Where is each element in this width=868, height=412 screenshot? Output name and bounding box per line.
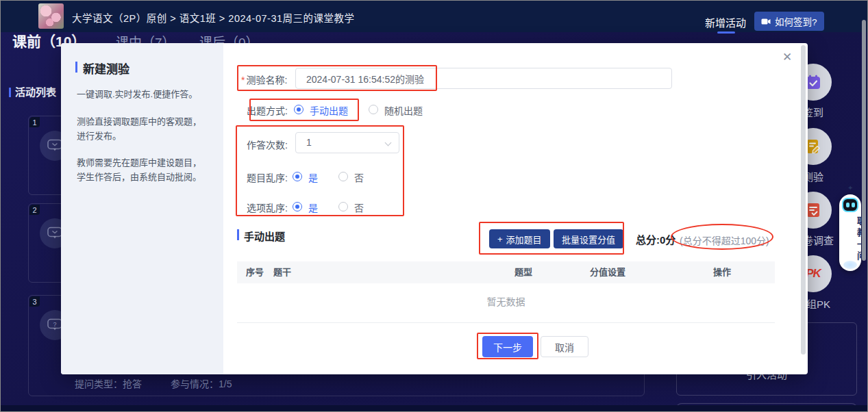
radio-random-label[interactable]: 随机出题: [384, 103, 423, 117]
manual-section-title: 手动出题: [244, 229, 285, 243]
shuffle-option-label: 选项乱序:: [247, 201, 288, 214]
robot-eye: [852, 203, 855, 207]
close-icon[interactable]: ✕: [782, 50, 792, 64]
add-question-label: 添加题目: [506, 233, 542, 246]
question-table-header: 序号 题干 题型 分值设置 操作: [237, 261, 775, 283]
assistant-widget[interactable]: 职教一问: [839, 194, 861, 271]
modal-title: 新建测验: [83, 60, 129, 77]
window-scrollbar[interactable]: [862, 20, 866, 261]
radio-manual-label[interactable]: 手动出题: [310, 103, 348, 117]
plus-icon: +: [497, 234, 503, 244]
card3-footer: 提问类型：抢答 参与情况：1/5: [75, 376, 232, 390]
participation-label: 参与情况：1/5: [171, 376, 232, 390]
col-type: 题型: [514, 261, 532, 283]
radio-shuffle-q-yes-label[interactable]: 是: [308, 170, 318, 184]
robot-icon: [842, 198, 858, 212]
question-type-label: 提问类型：抢答: [75, 376, 142, 390]
radio-random[interactable]: [369, 105, 378, 114]
modal-desc-1: 一键调取.实时发布.便捷作答。: [77, 87, 208, 101]
batch-score-button[interactable]: 批量设置分值: [554, 229, 623, 248]
title-accent-bar: [75, 62, 77, 73]
quiz-name-label: *测验名称:: [241, 73, 287, 86]
batch-score-label: 批量设置分值: [562, 233, 615, 246]
section-accent-bar: [237, 229, 239, 240]
col-stem: 题干: [273, 261, 291, 283]
how-checkin-button[interactable]: 如何签到?: [754, 12, 824, 31]
total-score-hint: (总分不得超过100分): [680, 233, 769, 247]
empty-table-text: 暂无数据: [237, 294, 775, 308]
radio-shuffle-q-yes[interactable]: [293, 172, 302, 181]
radio-shuffle-o-no-label[interactable]: 否: [354, 201, 364, 214]
app-window: 大学语文（2P）原创 > 语文1班 > 2024-07-31周三的课堂教学 新增…: [0, 0, 868, 412]
radio-shuffle-o-yes[interactable]: [293, 202, 302, 211]
modal-left-panel: 新建测验 一键调取.实时发布.便捷作答。 测验直接调取题库中的客观题，进行发布。…: [61, 43, 223, 374]
footer-divider: [237, 322, 775, 323]
add-question-button[interactable]: + 添加题目: [489, 229, 550, 248]
new-quiz-modal: 新建测验 一键调取.实时发布.便捷作答。 测验直接调取题库中的客观题，进行发布。…: [61, 43, 808, 374]
chevron-down-icon: [385, 140, 392, 146]
new-activity-underline: [717, 31, 735, 34]
radio-shuffle-o-yes-label[interactable]: 是: [308, 201, 318, 214]
radio-manual[interactable]: [294, 105, 303, 114]
modal-desc-2: 测验直接调取题库中的客观题，进行发布。: [77, 114, 208, 143]
bottom-bar: [1, 405, 867, 412]
activity-list-title: 活动列表: [15, 84, 56, 99]
svg-text:?: ?: [53, 321, 56, 328]
attempts-label: 作答次数:: [247, 138, 288, 151]
quiz-name-input[interactable]: [295, 68, 672, 89]
breadcrumb: 大学语文（2P）原创 > 语文1班 > 2024-07-31周三的课堂教学: [72, 10, 355, 25]
radio-shuffle-q-no-label[interactable]: 否: [354, 170, 364, 184]
mode-label: 出题方式:: [247, 103, 288, 117]
course-thumbnail: [38, 3, 64, 29]
card-number-badge: 1: [29, 117, 40, 127]
next-step-button[interactable]: 下一步: [482, 336, 533, 357]
pk-icon: PK: [806, 267, 821, 281]
col-score: 分值设置: [590, 261, 625, 283]
activity-list-bar: [9, 88, 11, 97]
shuffle-question-label: 题目乱序:: [247, 170, 288, 184]
col-action: 操作: [713, 261, 731, 283]
how-checkin-label: 如何签到?: [775, 14, 817, 28]
sparkle-icon: ✦: [847, 184, 853, 192]
radio-shuffle-o-no[interactable]: [338, 202, 348, 211]
camera-icon: [761, 18, 771, 25]
total-score: 总分:0分: [636, 232, 675, 246]
robot-blob-decoration: [843, 261, 857, 269]
modal-scrollbar[interactable]: [801, 45, 806, 355]
new-activity-nav[interactable]: 新增活动: [705, 15, 746, 29]
card-number-badge: 3: [29, 296, 40, 307]
robot-eye: [846, 203, 850, 207]
modal-desc-3: 教师需要先在题库中建设题目，学生作答后，由系统自动批阅。: [77, 155, 208, 184]
attempts-value: 1: [306, 137, 312, 148]
attempts-select[interactable]: 1: [295, 132, 399, 153]
card-number-badge: 2: [29, 205, 40, 215]
radio-shuffle-q-no[interactable]: [338, 172, 348, 181]
cancel-button[interactable]: 取消: [541, 336, 588, 357]
col-index: 序号: [246, 261, 264, 283]
required-mark: *: [241, 75, 245, 86]
